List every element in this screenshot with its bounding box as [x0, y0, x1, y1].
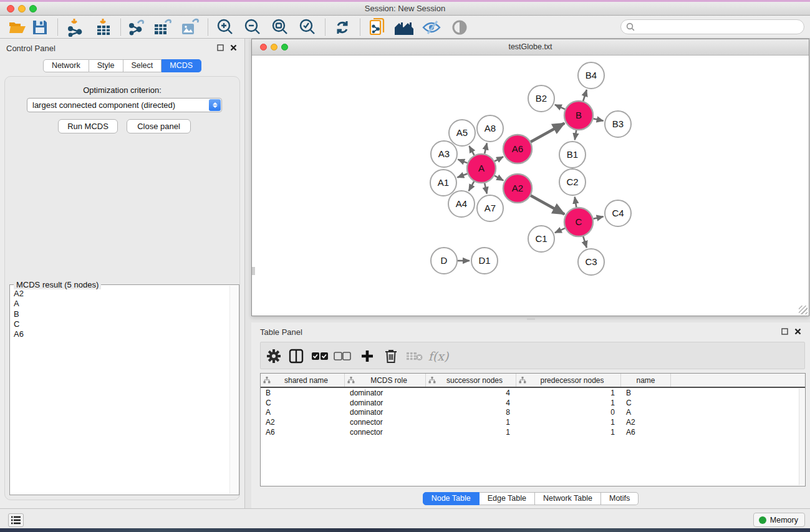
minimize-network-window-icon[interactable]	[271, 44, 277, 51]
column-header-MCDS-role[interactable]: MCDS role	[345, 374, 426, 387]
table-cell[interactable]: C	[621, 399, 671, 407]
column-header-predecessor-nodes[interactable]: predecessor nodes	[516, 374, 621, 387]
close-panel-icon[interactable]	[230, 44, 237, 51]
table-row[interactable]: Adominator80A	[261, 408, 805, 418]
table-cell[interactable]: connector	[345, 418, 426, 427]
table-cell[interactable]: A	[261, 408, 345, 417]
graph-edge-A2-C[interactable]	[531, 196, 564, 215]
table-cell[interactable]: C	[261, 399, 345, 407]
tab-network[interactable]: Network	[43, 59, 89, 72]
table-cell[interactable]: 4	[426, 399, 516, 407]
deselect-all-icon[interactable]	[332, 347, 352, 365]
tab-edge-table[interactable]: Edge Table	[480, 492, 535, 505]
delete-table-icon[interactable]	[405, 347, 425, 365]
float-table-panel-icon[interactable]	[781, 328, 788, 335]
graph-edge-A-A5[interactable]	[469, 146, 474, 155]
open-file-icon[interactable]	[7, 18, 28, 37]
graph-edge-A-A1[interactable]	[457, 173, 467, 177]
table-cell[interactable]: A2	[621, 418, 671, 427]
result-item[interactable]: C	[14, 319, 229, 329]
close-panel-button[interactable]: Close panel	[127, 119, 191, 133]
first-neighbors-icon[interactable]	[393, 18, 415, 37]
graph-edge-B-B2[interactable]	[555, 105, 565, 109]
table-cell[interactable]: 1	[516, 389, 621, 397]
graph-edge-A-A4[interactable]	[469, 181, 475, 191]
run-mcds-button[interactable]: Run MCDS	[58, 119, 118, 133]
new-network-from-selection-icon[interactable]	[367, 18, 388, 37]
zoom-fit-icon[interactable]	[269, 18, 291, 37]
graph-edge-A-A8[interactable]	[485, 143, 487, 153]
table-cell[interactable]: dominator	[345, 399, 426, 407]
result-scrollbar[interactable]	[229, 286, 238, 494]
graph-edge-A-A7[interactable]	[485, 183, 487, 193]
graph-edge-C-C1[interactable]	[555, 228, 565, 233]
graph-edge-C-C2[interactable]	[575, 197, 577, 208]
table-cell[interactable]: 0	[516, 408, 621, 417]
save-icon[interactable]	[29, 18, 51, 37]
table-cell[interactable]: 1	[516, 399, 621, 407]
table-cell[interactable]: A	[621, 408, 671, 417]
export-network-icon[interactable]	[126, 18, 147, 37]
tab-mcds[interactable]: MCDS	[162, 59, 201, 72]
table-cell[interactable]: 4	[426, 389, 516, 397]
table-row[interactable]: A6connector11A6	[261, 427, 805, 437]
table-cell[interactable]: A6	[621, 428, 671, 437]
column-header-name[interactable]: name	[621, 374, 671, 387]
tab-style[interactable]: Style	[89, 59, 123, 72]
zoom-in-icon[interactable]	[215, 18, 236, 37]
table-cell[interactable]: A2	[261, 418, 345, 427]
table-cell[interactable]: 1	[516, 418, 621, 427]
zoom-network-window-icon[interactable]	[281, 44, 288, 51]
memory-button[interactable]: Memory	[753, 513, 805, 527]
close-table-panel-icon[interactable]	[794, 328, 801, 335]
export-table-icon[interactable]	[152, 18, 173, 37]
table-cell[interactable]: dominator	[345, 408, 426, 417]
table-row[interactable]: Bdominator41B	[261, 388, 805, 398]
table-cell[interactable]: dominator	[345, 389, 426, 397]
tab-motifs[interactable]: Motifs	[601, 492, 639, 505]
float-panel-icon[interactable]	[217, 44, 224, 51]
graph-edge-A6-B[interactable]	[531, 123, 564, 142]
select-all-icon[interactable]	[310, 347, 330, 365]
optimization-select[interactable]: largest connected component (directed)	[27, 98, 222, 112]
graph-edge-A-A2[interactable]	[494, 176, 503, 181]
refresh-layout-icon[interactable]	[332, 18, 353, 37]
table-cell[interactable]: 1	[426, 418, 516, 427]
table-cell[interactable]: connector	[345, 428, 426, 437]
task-history-button[interactable]	[8, 513, 24, 527]
table-cell[interactable]: 1	[516, 428, 621, 437]
table-cell[interactable]: B	[621, 389, 671, 397]
graph-edge-B-B1[interactable]	[575, 130, 576, 140]
tab-select[interactable]: Select	[123, 59, 162, 72]
zoom-selected-icon[interactable]	[297, 18, 318, 37]
table-cell[interactable]: 8	[426, 408, 516, 417]
result-item[interactable]: A	[14, 299, 229, 309]
delete-column-icon[interactable]	[381, 347, 401, 365]
hide-selection-icon[interactable]	[421, 18, 442, 37]
graph-edge-C-C4[interactable]	[593, 216, 603, 219]
function-builder-icon[interactable]: f(x)	[428, 347, 448, 365]
table-cell[interactable]: 1	[426, 428, 516, 437]
table-scrollbar[interactable]	[799, 389, 804, 485]
table-row[interactable]: Cdominator41C	[261, 398, 805, 408]
window-resize-grip[interactable]	[799, 306, 808, 314]
column-header-successor-nodes[interactable]: successor nodes	[426, 374, 516, 387]
zoom-out-icon[interactable]	[242, 18, 263, 37]
show-selection-icon[interactable]	[449, 18, 470, 37]
table-cell[interactable]: B	[261, 389, 345, 397]
column-header-shared-name[interactable]: shared name	[261, 374, 345, 387]
zoom-window-icon[interactable]	[29, 5, 37, 12]
graph-edge-B-B3[interactable]	[593, 118, 603, 121]
search-input[interactable]	[635, 21, 804, 32]
network-window-titlebar[interactable]: testGlobe.txt	[252, 39, 809, 56]
result-item[interactable]: A6	[14, 329, 229, 339]
close-window-icon[interactable]	[7, 5, 14, 12]
result-item[interactable]: B	[14, 309, 229, 319]
import-table-icon[interactable]	[94, 18, 115, 37]
graph-edge-C-C3[interactable]	[583, 236, 587, 248]
import-network-icon[interactable]	[65, 18, 86, 37]
tab-network-table[interactable]: Network Table	[535, 492, 601, 505]
close-network-window-icon[interactable]	[260, 44, 267, 51]
table-row[interactable]: A2connector11A2	[261, 417, 805, 427]
tab-node-table[interactable]: Node Table	[423, 492, 480, 505]
